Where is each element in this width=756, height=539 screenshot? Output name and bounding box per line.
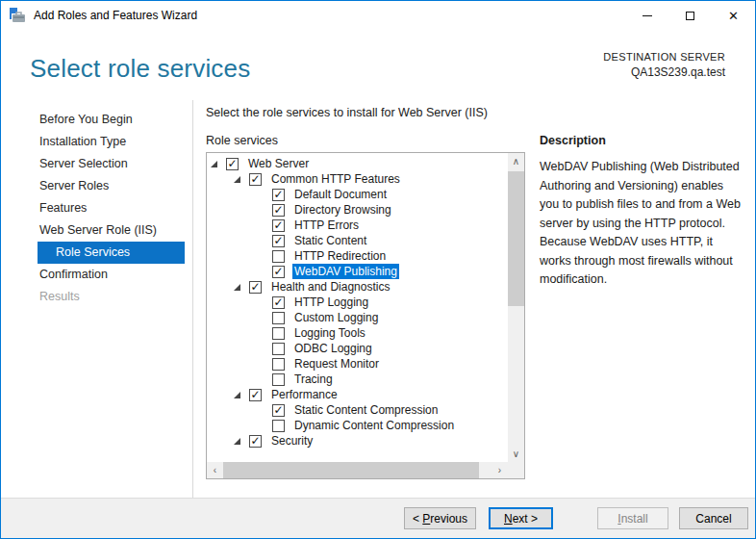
tree-item-webdav-publishing[interactable]: ✓WebDAV Publishing <box>207 264 508 279</box>
role-services-tree: ✓Web Server✓Common HTTP Features✓Default… <box>206 152 525 479</box>
tree-item-label: Directory Browsing <box>292 202 393 218</box>
tree-item-label: Dynamic Content Compression <box>292 418 456 433</box>
expand-collapse-icon[interactable] <box>234 392 249 398</box>
checkbox-logging-tools[interactable] <box>272 327 285 340</box>
tree-item-label: Performance <box>269 387 340 402</box>
expanded-triangle-icon <box>234 438 240 445</box>
destination-server-name: QA13S239.qa.test <box>603 65 725 79</box>
install-button: Install <box>597 507 668 529</box>
checkbox-health-and-diagnostics[interactable]: ✓ <box>249 281 262 294</box>
minimize-button[interactable] <box>625 1 668 30</box>
expanded-triangle-icon <box>234 176 240 183</box>
expand-collapse-icon[interactable] <box>211 161 226 167</box>
checkbox-http-redirection[interactable] <box>272 250 285 263</box>
maximize-icon <box>686 12 694 20</box>
tree-item-static-content[interactable]: ✓Static Content <box>207 233 508 248</box>
tree-item-request-monitor[interactable]: Request Monitor <box>207 356 508 372</box>
sidebar-item-installation-type[interactable]: Installation Type <box>1 131 192 153</box>
sidebar-item-server-selection[interactable]: Server Selection <box>1 153 192 175</box>
cancel-button[interactable]: Cancel <box>679 507 748 529</box>
tree-item-default-document[interactable]: ✓Default Document <box>207 187 508 202</box>
tree-item-http-logging[interactable]: ✓HTTP Logging <box>207 295 508 310</box>
checkbox-request-monitor[interactable] <box>272 358 285 371</box>
close-icon: ✕ <box>728 10 739 22</box>
tree-item-logging-tools[interactable]: Logging Tools <box>207 325 508 341</box>
tree-item-performance[interactable]: ✓Performance <box>207 387 508 402</box>
checkbox-http-logging[interactable]: ✓ <box>272 296 285 309</box>
vertical-scrollbar-thumb[interactable] <box>508 171 524 306</box>
sidebar-item-server-roles[interactable]: Server Roles <box>1 175 192 197</box>
tree-item-label: HTTP Errors <box>292 218 361 233</box>
tree-item-directory-browsing[interactable]: ✓Directory Browsing <box>207 202 508 218</box>
tree-item-static-content-compression[interactable]: ✓Static Content Compression <box>207 402 508 418</box>
tree-item-label: Logging Tools <box>292 325 367 341</box>
checkbox-static-content[interactable]: ✓ <box>272 235 285 247</box>
checkbox-security[interactable]: ✓ <box>249 435 262 448</box>
next-button[interactable]: Next > <box>489 507 553 529</box>
checkbox-common-http-features[interactable]: ✓ <box>249 173 262 186</box>
vertical-scrollbar[interactable]: ∧ ∨ <box>508 153 524 462</box>
description-text: WebDAV Publishing (Web Distributed Autho… <box>540 158 745 290</box>
tree-item-label: Static Content Compression <box>292 402 440 418</box>
tree-item-web-server[interactable]: ✓Web Server <box>207 156 508 171</box>
tree-item-odbc-logging[interactable]: ODBC Logging <box>207 341 508 356</box>
checkbox-tracing[interactable] <box>272 373 285 386</box>
scrollbar-corner <box>508 462 524 478</box>
checkbox-web-server[interactable]: ✓ <box>226 158 239 170</box>
checkbox-static-content-compression[interactable]: ✓ <box>272 404 285 417</box>
tree-item-common-http-features[interactable]: ✓Common HTTP Features <box>207 171 508 187</box>
tree-item-custom-logging[interactable]: Custom Logging <box>207 310 508 325</box>
expand-collapse-icon[interactable] <box>234 438 249 445</box>
checkbox-http-errors[interactable]: ✓ <box>272 219 285 232</box>
sidebar-item-role-services[interactable]: Role Services <box>38 242 185 264</box>
checkbox-default-document[interactable]: ✓ <box>272 189 285 201</box>
scroll-right-button[interactable]: › <box>491 462 508 478</box>
install-button-label: Install <box>617 512 647 526</box>
tree-item-dynamic-content-compression[interactable]: Dynamic Content Compression <box>207 418 508 433</box>
role-services-label: Role services <box>206 134 278 147</box>
tree-item-http-redirection[interactable]: HTTP Redirection <box>207 248 508 264</box>
checkbox-performance[interactable]: ✓ <box>249 389 262 401</box>
tree-item-label: HTTP Redirection <box>292 248 388 264</box>
scroll-up-icon: ∧ <box>513 156 519 167</box>
checkbox-custom-logging[interactable] <box>272 312 285 324</box>
sidebar-item-web-server-role-iis[interactable]: Web Server Role (IIS) <box>1 219 192 242</box>
cancel-button-label: Cancel <box>695 512 731 526</box>
expand-collapse-icon[interactable] <box>234 284 249 291</box>
instruction-text: Select the role services to install for … <box>206 106 488 119</box>
tree-item-http-errors[interactable]: ✓HTTP Errors <box>207 218 508 233</box>
expanded-triangle-icon <box>234 284 240 291</box>
tree-item-tracing[interactable]: Tracing <box>207 372 508 387</box>
tree-item-label: Common HTTP Features <box>269 171 402 187</box>
tree-item-label: Default Document <box>292 187 389 202</box>
scroll-down-button[interactable]: ∨ <box>508 446 524 462</box>
sidebar-item-features[interactable]: Features <box>1 197 192 219</box>
tree-item-label: Request Monitor <box>292 356 381 372</box>
sidebar-item-results: Results <box>1 286 192 308</box>
destination-server-label: DESTINATION SERVER <box>603 51 725 63</box>
expand-collapse-icon[interactable] <box>234 176 249 183</box>
maximize-button[interactable] <box>668 1 712 30</box>
tree-item-label: Custom Logging <box>292 310 380 325</box>
horizontal-scrollbar-thumb[interactable] <box>223 462 479 478</box>
sidebar-item-before-you-begin[interactable]: Before You Begin <box>1 109 192 131</box>
tree-item-label: WebDAV Publishing <box>292 264 399 279</box>
checkbox-webdav-publishing[interactable]: ✓ <box>272 266 285 278</box>
scroll-left-button[interactable]: ‹ <box>207 462 223 478</box>
close-button[interactable]: ✕ <box>712 1 755 30</box>
tree-item-health-and-diagnostics[interactable]: ✓Health and Diagnostics <box>207 279 508 295</box>
horizontal-scrollbar[interactable]: ‹ › <box>207 462 508 478</box>
page-title: Select role services <box>30 54 250 84</box>
sidebar-divider <box>192 100 193 499</box>
previous-button[interactable]: < Previous <box>404 507 476 529</box>
wizard-steps-sidebar: Before You BeginInstallation TypeServer … <box>1 109 192 308</box>
sidebar-item-confirmation[interactable]: Confirmation <box>1 264 192 286</box>
tree-item-label: HTTP Logging <box>292 295 370 310</box>
checkbox-dynamic-content-compression[interactable] <box>272 420 285 432</box>
checkbox-directory-browsing[interactable]: ✓ <box>272 204 285 217</box>
checkbox-odbc-logging[interactable] <box>272 343 285 355</box>
tree-item-label: ODBC Logging <box>292 341 374 356</box>
scroll-up-button[interactable]: ∧ <box>508 153 524 169</box>
tree-item-label: Health and Diagnostics <box>269 279 391 295</box>
tree-item-security[interactable]: ✓Security <box>207 433 508 449</box>
